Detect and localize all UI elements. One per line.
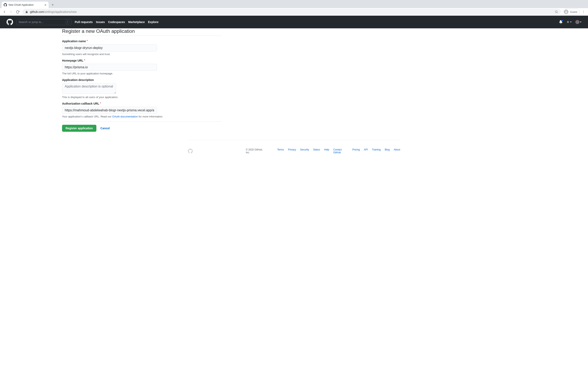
input-homepage-url[interactable]: [62, 64, 157, 71]
footer-link-training[interactable]: Training: [372, 148, 381, 154]
footer-link-terms[interactable]: Terms: [277, 148, 284, 154]
tab-title: New OAuth Application: [9, 3, 34, 6]
field-homepage-url: Homepage URL* The full URL to your appli…: [62, 59, 221, 75]
primary-nav: Pull requests Issues Codespaces Marketpl…: [75, 20, 158, 24]
user-menu-dropdown[interactable]: [575, 20, 581, 24]
browser-tab[interactable]: New OAuth Application ✕: [2, 2, 49, 8]
cancel-button[interactable]: Cancel: [100, 127, 110, 130]
svg-point-5: [583, 13, 584, 13]
guest-avatar-icon: [564, 9, 568, 14]
url-text: github.com/settings/applications/new: [30, 10, 77, 13]
svg-point-2: [566, 11, 567, 12]
forward-button[interactable]: [8, 9, 14, 15]
profile-chip[interactable]: Guest: [563, 9, 580, 15]
required-star-icon: *: [84, 59, 85, 62]
slash-key-icon: /: [66, 20, 69, 24]
field-description: Application description This is displaye…: [62, 78, 221, 99]
back-button[interactable]: [2, 9, 7, 15]
nav-pull-requests[interactable]: Pull requests: [75, 20, 93, 24]
footer-link-status[interactable]: Status: [313, 148, 320, 154]
nav-codespaces[interactable]: Codespaces: [108, 20, 125, 24]
github-footer-logo-icon[interactable]: [188, 149, 193, 154]
input-description[interactable]: [62, 83, 116, 94]
footer-link-blog[interactable]: Blog: [385, 148, 390, 154]
form-actions: Register application Cancel: [62, 121, 221, 132]
nav-issues[interactable]: Issues: [96, 20, 105, 24]
user-avatar-icon: [575, 20, 579, 24]
field-callback-url: Authorization callback URL* Your applica…: [62, 102, 221, 118]
notifications-icon[interactable]: [559, 20, 563, 24]
footer-links: Terms Privacy Security Status Help Conta…: [277, 148, 400, 154]
required-star-icon: *: [87, 40, 88, 42]
svg-point-0: [555, 11, 557, 13]
field-application-name: Application name* Something users will r…: [62, 40, 221, 56]
footer-link-security[interactable]: Security: [300, 148, 309, 154]
label-description: Application description: [62, 78, 221, 82]
header-right: [559, 20, 581, 24]
register-application-button[interactable]: Register application: [62, 125, 96, 132]
hint-callback-url: Your application's callback URL. Read ou…: [62, 115, 221, 118]
hint-application-name: Something users will recognize and trust…: [62, 53, 221, 56]
address-bar[interactable]: github.com/settings/applications/new: [22, 9, 561, 15]
svg-line-1: [557, 12, 558, 13]
label-homepage-url: Homepage URL*: [62, 59, 221, 62]
input-callback-url[interactable]: [62, 107, 157, 114]
hint-description: This is displayed to all users of your a…: [62, 96, 221, 99]
footer-copyright: © 2020 GitHub, Inc.: [246, 148, 267, 154]
github-favicon-icon: [4, 3, 7, 7]
required-star-icon: *: [100, 102, 101, 105]
label-callback-url: Authorization callback URL*: [62, 102, 221, 105]
browser-menu-icon[interactable]: [581, 9, 586, 15]
footer-link-api[interactable]: API: [364, 148, 368, 154]
close-tab-icon[interactable]: ✕: [44, 3, 47, 7]
svg-point-4: [583, 12, 584, 12]
notification-dot-icon: [561, 20, 563, 22]
page-title: Register a new OAuth application: [62, 28, 221, 36]
github-header: Search or jump to... / Pull requests Iss…: [0, 16, 588, 28]
footer-link-help[interactable]: Help: [324, 148, 329, 154]
footer-link-pricing[interactable]: Pricing: [352, 148, 360, 154]
chevron-down-icon: [580, 22, 581, 22]
new-tab-button[interactable]: +: [50, 2, 56, 8]
label-application-name: Application name*: [62, 40, 221, 43]
svg-point-3: [583, 11, 584, 11]
reload-button[interactable]: [15, 9, 20, 15]
footer-link-about[interactable]: About: [394, 148, 400, 154]
footer: © 2020 GitHub, Inc. Terms Privacy Securi…: [188, 140, 400, 162]
hint-homepage-url: The full URL to your application homepag…: [62, 72, 221, 75]
browser-toolbar: github.com/settings/applications/new Gue…: [0, 8, 588, 16]
nav-explore[interactable]: Explore: [148, 20, 158, 24]
browser-chrome: New OAuth Application ✕ + github.com/set…: [0, 0, 588, 16]
lock-icon: [25, 11, 28, 13]
create-new-dropdown[interactable]: [566, 20, 572, 24]
tab-bar: New OAuth Application ✕ +: [0, 0, 588, 8]
footer-link-privacy[interactable]: Privacy: [288, 148, 296, 154]
search-input[interactable]: Search or jump to... /: [16, 19, 71, 25]
zoom-icon[interactable]: [555, 10, 558, 13]
oauth-docs-link[interactable]: OAuth documentation: [112, 115, 138, 118]
github-logo-icon[interactable]: [7, 19, 13, 25]
input-application-name[interactable]: [62, 44, 157, 51]
chevron-down-icon: [570, 22, 572, 22]
main-content: Register a new OAuth application Applica…: [62, 28, 221, 132]
footer-link-contact[interactable]: Contact GitHub: [333, 148, 348, 154]
nav-marketplace[interactable]: Marketplace: [128, 20, 145, 24]
